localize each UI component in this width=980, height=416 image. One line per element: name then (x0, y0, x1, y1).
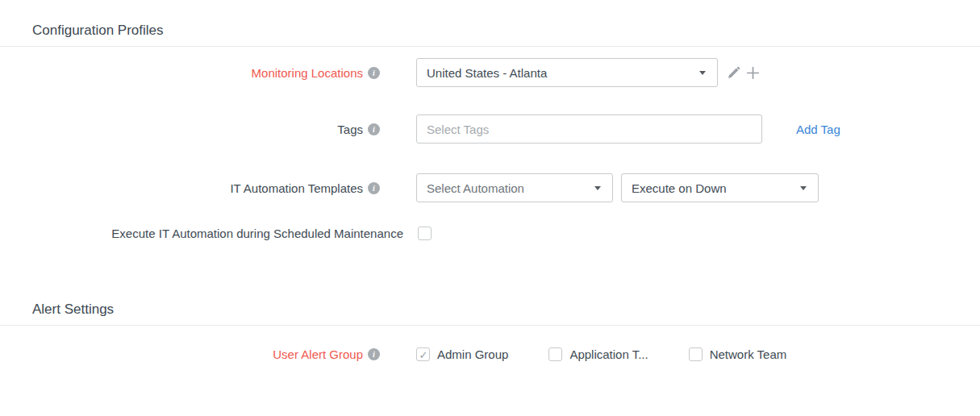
network-team-checkbox[interactable] (689, 347, 703, 361)
row-monitoring-locations: Monitoring Locations United States - Atl… (0, 58, 980, 87)
configuration-form: Configuration Profiles Monitoring Locati… (0, 0, 980, 416)
application-team-label: Application T... (569, 347, 648, 361)
execute-maintenance-label: Execute IT Automation during Scheduled M… (111, 226, 403, 241)
execute-maintenance-label-group: Execute IT Automation during Scheduled M… (0, 226, 403, 241)
info-icon[interactable] (368, 348, 380, 360)
tags-label: Tags (337, 122, 363, 137)
user-alert-group-label-group: User Alert Group (0, 347, 380, 362)
automation-trigger-select[interactable]: Execute on Down (621, 173, 819, 202)
tags-input[interactable] (416, 114, 762, 144)
monitoring-locations-controls: United States - Atlanta (416, 58, 760, 87)
admin-group-checkbox[interactable] (416, 347, 430, 361)
automation-trigger-selected-value: Execute on Down (632, 181, 727, 195)
it-automation-controls: Select Automation Execute on Down (416, 173, 819, 202)
tags-controls: Add Tag (416, 114, 840, 144)
row-user-alert-group: User Alert Group Admin Group Application… (0, 347, 980, 362)
network-team-label: Network Team (710, 347, 787, 361)
chevron-down-icon (594, 186, 601, 190)
section-title-configuration-profiles: Configuration Profiles (32, 0, 980, 39)
section-divider-alert (0, 325, 980, 326)
automation-template-select[interactable]: Select Automation (416, 173, 613, 202)
application-team-checkbox[interactable] (548, 347, 562, 361)
user-alert-group-options: Admin Group Application T... Network Tea… (416, 347, 786, 361)
alert-group-option: Admin Group (416, 347, 508, 361)
it-automation-templates-label: IT Automation Templates (230, 181, 363, 196)
monitoring-locations-selected-value: United States - Atlanta (427, 66, 547, 80)
execute-maintenance-controls (418, 227, 432, 240)
tags-label-group: Tags (0, 122, 380, 137)
row-execute-maintenance: Execute IT Automation during Scheduled M… (0, 226, 980, 241)
pencil-icon[interactable] (727, 66, 740, 80)
row-it-automation-templates: IT Automation Templates Select Automatio… (0, 173, 980, 202)
section-divider-top (0, 46, 980, 47)
chevron-down-icon (800, 186, 807, 190)
info-icon[interactable] (368, 182, 380, 194)
chevron-down-icon (699, 71, 706, 75)
info-icon[interactable] (368, 123, 380, 135)
add-tag-link[interactable]: Add Tag (796, 123, 840, 136)
alert-group-option: Application T... (548, 347, 648, 361)
monitoring-locations-label-group: Monitoring Locations (0, 65, 380, 81)
it-automation-label-group: IT Automation Templates (0, 181, 380, 196)
section-title-alert-settings: Alert Settings (32, 302, 980, 318)
monitoring-locations-select[interactable]: United States - Atlanta (416, 58, 718, 87)
user-alert-group-label[interactable]: User Alert Group (273, 347, 363, 362)
execute-maintenance-checkbox[interactable] (418, 227, 432, 240)
alert-group-option: Network Team (689, 347, 787, 361)
automation-template-placeholder: Select Automation (427, 181, 524, 195)
info-icon[interactable] (368, 67, 380, 79)
admin-group-label: Admin Group (437, 347, 508, 361)
monitoring-locations-label[interactable]: Monitoring Locations (252, 65, 363, 81)
plus-icon[interactable] (746, 66, 760, 80)
row-tags: Tags Add Tag (0, 114, 980, 144)
